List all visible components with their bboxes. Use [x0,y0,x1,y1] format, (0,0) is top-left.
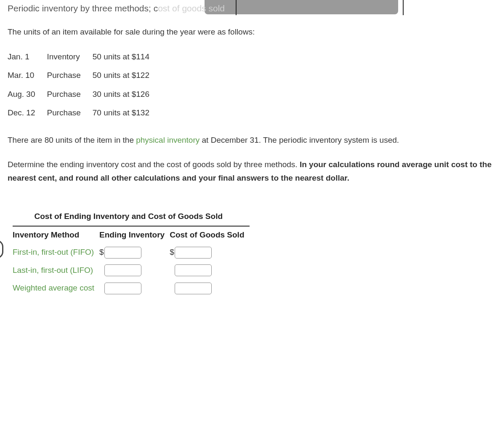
dollar-sign: $ [170,246,174,259]
inventory-type: Inventory [47,48,93,67]
column-header-method: Inventory Method [13,227,99,244]
cogs-cell: $ [170,279,249,297]
paragraph-physical-inventory: There are 80 units of the item in the ph… [8,133,492,147]
para2-pre: Determine the ending inventory cost and … [8,160,300,169]
text-cursor-icon [236,0,237,15]
inventory-description: 70 units at $132 [93,104,161,123]
table-row: Last-in, first-out (LIFO)$$ [13,261,250,280]
cogs-input[interactable] [175,283,212,294]
inventory-available-table: Jan. 1Inventory50 units at $114Mar. 10Pu… [8,48,161,123]
inventory-type: Purchase [47,85,93,104]
page-title: Periodic inventory by three methods; cos… [8,0,492,15]
column-header-cogs: Cost of Goods Sold [170,227,249,244]
intro-text: The units of an item available for sale … [8,26,492,38]
cogs-input[interactable] [175,264,212,276]
ending-inventory-input[interactable] [104,247,141,259]
cogs-cell: $ [170,261,249,280]
table-row: Aug. 30Purchase30 units at $126 [8,85,161,104]
answer-table: Cost of Ending Inventory and Cost of Goo… [13,208,250,297]
paragraph-instructions: Determine the ending inventory cost and … [8,158,492,185]
title-segment-overlay: goods sold [180,3,225,13]
ending-inventory-input[interactable] [104,264,141,276]
column-header-ending-inventory: Ending Inventory [99,227,170,244]
para1-pre: There are 80 units of the item in the [8,136,136,144]
inventory-method-label[interactable]: First-in, first-out (FIFO) [13,243,99,261]
inventory-type: Purchase [47,104,93,123]
title-segment-plain: Periodic inventory by three methods; c [8,3,158,13]
inventory-method-label[interactable]: Weighted average cost [13,279,99,297]
inventory-description: 50 units at $114 [93,48,161,67]
inventory-description: 50 units at $122 [93,66,161,85]
table-row: Weighted average cost$$ [13,279,250,297]
ending-inventory-input[interactable] [104,283,141,294]
inventory-date: Jan. 1 [8,48,47,67]
ending-inventory-cell: $ [99,279,170,297]
answer-table-heading: Cost of Ending Inventory and Cost of Goo… [13,208,250,226]
ending-inventory-cell: $ [99,261,170,280]
title-bar: Periodic inventory by three methods; cos… [8,0,492,14]
title-segment-overlay: ost of [158,3,179,13]
inventory-date: Dec. 12 [8,104,47,123]
inventory-type: Purchase [47,66,93,85]
table-row: Mar. 10Purchase50 units at $122 [8,66,161,85]
table-row: Jan. 1Inventory50 units at $114 [8,48,161,67]
para1-post: at December 31. The periodic inventory s… [199,136,399,144]
inventory-method-label[interactable]: Last-in, first-out (LIFO) [13,261,99,280]
ending-inventory-cell: $ [99,243,170,261]
inventory-description: 30 units at $126 [93,85,161,104]
cogs-input[interactable] [175,247,212,259]
physical-inventory-term-link[interactable]: physical inventory [136,136,199,144]
dollar-sign: $ [99,246,104,259]
table-row: First-in, first-out (FIFO)$$ [13,243,250,261]
text-cursor-icon [403,0,404,15]
inventory-date: Aug. 30 [8,85,47,104]
side-tab-handle-icon[interactable] [0,240,3,259]
inventory-date: Mar. 10 [8,66,47,85]
cogs-cell: $ [170,243,249,261]
table-row: Dec. 12Purchase70 units at $132 [8,104,161,123]
